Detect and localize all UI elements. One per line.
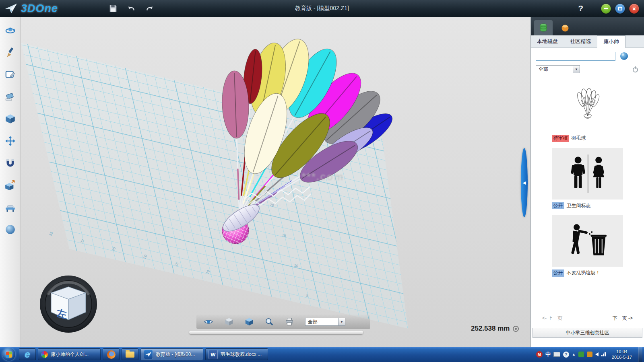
next-page-button[interactable]: 下一页 -> [613,315,633,322]
taskbar-word-button[interactable]: W 羽毛球教程.docx ... [205,348,268,360]
redo-button[interactable] [145,4,155,13]
start-button[interactable] [2,348,15,361]
magnet-constraint-tool[interactable] [4,156,17,170]
prev-page-button[interactable]: <- 上一页 [542,315,562,322]
search-input[interactable] [536,52,615,61]
library-materials-tab[interactable] [556,20,574,35]
ime-indicator[interactable]: 中 [545,351,551,358]
system-tray: M 中 ? ▲ 10:04 2016-5-17 [536,347,643,362]
zoom-button[interactable] [265,317,274,326]
sketch-plane-tool[interactable] [4,68,17,81]
library-database-tab[interactable] [534,20,553,35]
panel-collapse-handle[interactable]: ◀ [521,148,528,217]
logo-text: 3DOne [21,2,58,15]
model-label: 不要乱扔垃圾！ [567,269,601,276]
show-hidden-icons-button[interactable]: ▲ [572,352,576,356]
tab-local-disk[interactable]: 本地磁盘 [531,35,564,47]
eraser-tool[interactable] [4,90,17,103]
antivirus-shield-icon[interactable] [578,352,584,357]
3done-app-icon [144,350,153,359]
model-list: 待审核 羽毛球 [531,75,644,347]
tray-clock[interactable]: 10:04 2016-5-17 [609,349,635,360]
move-tool[interactable] [4,134,17,148]
panel-mode-strip [531,17,644,35]
tab-community-picks[interactable]: 社区精选 [564,35,597,47]
model-label: 羽毛球 [572,135,586,142]
status-badge: 待审核 [552,135,569,142]
status-badge: 公开 [552,269,564,277]
network-icon[interactable] [601,352,606,356]
keyboard-icon[interactable] [553,352,560,357]
category-filter-select[interactable]: 全部 ▼ [536,65,580,73]
update-flag-icon[interactable] [587,352,592,357]
title-bar: 3DOne 教育版 - [模型002.Z1] ? × [0,0,644,17]
help-button[interactable]: ? [578,4,583,13]
paper-plane-icon [4,3,18,14]
left-tool-palette [0,17,21,347]
model-thumbnail-restroom-sign[interactable] [552,148,623,200]
view-orbit-tool[interactable] [4,23,17,37]
firefox-icon [107,350,116,359]
show-desktop-button[interactable] [638,347,642,362]
windows-taskbar: e 康小帅的个人创... 教育版 - [模型00... W 羽毛球教程.docx… [0,347,644,362]
viewport-3d[interactable]: 35 30 25 20 15 10 20 15 10 5 [21,17,530,347]
taskbar-browser-window-button[interactable]: 康小帅的个人创... [38,348,101,360]
sphere-tool[interactable] [4,222,17,236]
model-thumbnail-litter-sign[interactable] [552,215,623,267]
library-source-tabs: 本地磁盘 社区精选 康小帅 [531,35,644,48]
undo-button[interactable] [126,4,136,13]
collapse-arrow-icon: ◀ [522,180,526,185]
model-thumbnail-shuttlecock[interactable] [552,80,623,132]
search-button[interactable] [619,51,629,61]
navigation-cube[interactable]: 左 [39,275,98,333]
solid-cube-tool[interactable] [4,112,17,125]
volume-icon[interactable] [595,352,599,356]
taskbar-3done-button[interactable]: 教育版 - [模型00... [140,348,203,360]
dropdown-arrow-icon[interactable]: ▼ [338,318,345,325]
display-filter-select[interactable]: 全部 ▼ [305,318,345,326]
app-logo: 3DOne [0,2,109,15]
library-panel: 本地磁盘 社区精选 康小帅 全部 ▼ [530,17,644,347]
scale-indicator-icon[interactable] [513,326,519,332]
visibility-eye-button[interactable] [204,319,213,325]
tray-m-badge-icon[interactable]: M [536,351,543,358]
taskbar-explorer-button[interactable] [122,348,138,360]
shaded-cube-button[interactable] [245,317,254,326]
word-icon: W [208,350,218,359]
measurement-readout: 252.538 mm [471,325,519,333]
dropdown-arrow-icon[interactable]: ▼ [573,66,580,73]
view-toolbar: 全部 ▼ [196,315,370,329]
view-scroll-bar[interactable] [189,331,363,334]
wireframe-cube-button[interactable] [225,317,233,326]
refresh-power-icon[interactable] [632,66,639,73]
pagination: <- 上一页 下一页 -> [531,315,644,322]
render-brush-tool[interactable] [4,45,17,59]
community-link-button[interactable]: 中小学三维创意社区 [533,328,642,338]
minimize-button[interactable] [601,4,611,14]
folder-icon [126,352,134,358]
extrude-cube-tool[interactable] [4,178,17,192]
taskbar-firefox-button[interactable] [103,348,120,360]
maximize-button[interactable] [615,4,625,14]
print-button[interactable] [285,317,294,326]
internet-explorer-icon: e [25,349,30,360]
model-label: 卫生间标志 [567,202,591,209]
pinwheel-icon [41,351,48,358]
svg-text:35: 35 [48,231,54,237]
windows-flag-icon [6,352,12,358]
workbench-tool[interactable] [4,200,17,214]
close-button[interactable]: × [629,4,639,14]
save-button[interactable] [109,4,118,13]
taskbar-ie-button[interactable]: e [19,348,36,360]
tab-user[interactable]: 康小帅 [597,35,625,48]
status-badge: 公开 [552,202,564,210]
tray-help-icon[interactable]: ? [563,352,569,358]
